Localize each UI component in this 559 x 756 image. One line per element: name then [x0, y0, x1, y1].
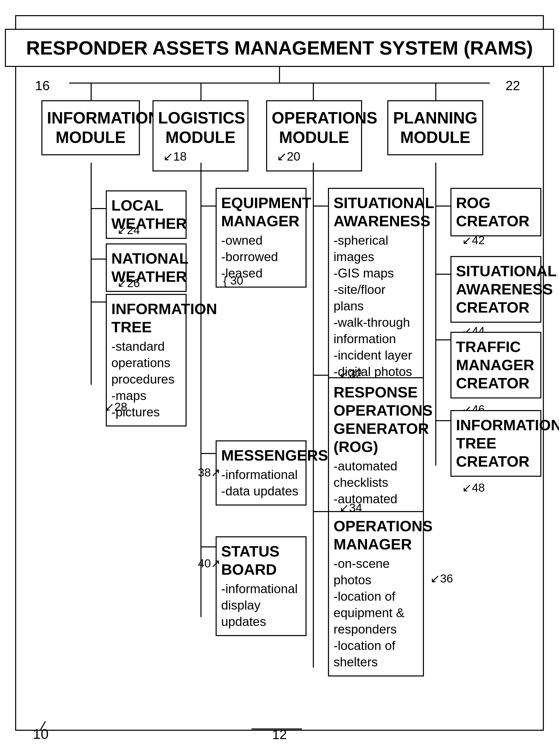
status-board-title: STATUSBOARD	[221, 542, 301, 579]
col2-down-line	[200, 163, 201, 188]
equipment-manager-box: EQUIPMENTMANAGER -owned-borrowed-leased	[216, 188, 307, 288]
sit-aware-title: SITUATIONALAWARENESS	[334, 194, 418, 230]
col3-h3	[313, 511, 328, 512]
v-to-mod4	[435, 83, 436, 100]
sit-aware-creator-title: SITUATIONALAWARENESSCREATOR	[456, 262, 536, 317]
sit-aware-creator-box: SITUATIONALAWARENESSCREATOR	[450, 256, 541, 323]
col3-vert-bar	[313, 188, 314, 668]
ref12-h	[251, 729, 302, 730]
col2-h3	[200, 547, 216, 548]
rog-creator-box: ROGCREATOR	[450, 188, 541, 236]
traffic-manager-creator-title: TRAFFICMANAGERCREATOR	[456, 338, 536, 393]
col2-h2	[200, 453, 216, 454]
ref-42: ↙42	[462, 233, 485, 247]
ref-24: ↙24	[117, 223, 140, 237]
v-to-mod1	[91, 83, 92, 100]
messengers-subs: -informational-data updates	[221, 467, 301, 499]
messengers-title: MESSENGERS	[221, 446, 301, 465]
col3-h2	[313, 375, 328, 376]
ref-16-label: 16	[35, 78, 50, 93]
sit-aware-subs: -sphericalimages-GIS maps-site/floorplan…	[334, 232, 418, 380]
col4-down-line	[435, 163, 436, 188]
diagram-container: RESPONDER ASSETS MANAGEMENT SYSTEM (RAMS…	[15, 15, 544, 731]
col3-h1	[313, 205, 328, 206]
v-to-mod2	[200, 83, 201, 100]
module-operations: OPERATIONSMODULE ↙20	[266, 100, 362, 172]
module-information: INFORMATIONMODULE	[41, 100, 140, 155]
ref-36: ↙36	[430, 572, 453, 585]
mod2-label: LOGISTICSMODULE	[158, 108, 243, 147]
ops-manager-subs: -on-scenephotos-location ofequipment &re…	[334, 556, 418, 670]
ref-26: ↙26	[117, 276, 140, 290]
ref-48: ↙48	[462, 481, 485, 494]
col1-h3	[91, 302, 106, 303]
col1-h1	[91, 208, 106, 209]
col4-h2	[435, 274, 450, 275]
col4-h3	[435, 339, 450, 340]
v-to-mod3	[313, 83, 314, 100]
status-board-subs: -informationaldisplayupdates	[221, 581, 301, 630]
ref-30: { 30	[223, 274, 243, 287]
col3-down-line	[313, 163, 314, 188]
info-tree-creator-title: INFORMATIONTREECREATOR	[456, 416, 536, 471]
col2-h1	[200, 205, 216, 206]
mod4-label: PLANNINGMODULE	[393, 108, 478, 147]
mod3-label: OPERATIONSMODULE	[272, 108, 357, 147]
module-planning: PLANNINGMODULE	[387, 100, 483, 155]
messengers-box: MESSENGERS -informational-data updates	[216, 440, 307, 506]
ref-38: 38↗	[198, 466, 221, 479]
rams-title: RESPONDER ASSETS MANAGEMENT SYSTEM (RAMS…	[26, 37, 533, 59]
info-tree-creator-box: INFORMATIONTREECREATOR	[450, 410, 541, 477]
equipment-manager-title: EQUIPMENTMANAGER	[221, 194, 301, 230]
mod2-ref: ↙18	[163, 149, 243, 163]
ops-manager-title: OPERATIONSMANAGER	[334, 517, 418, 554]
mod1-label: INFORMATIONMODULE	[47, 108, 134, 147]
ref-28: ↙28	[105, 400, 127, 414]
col4-h4	[435, 420, 450, 421]
page: RESPONDER ASSETS MANAGEMENT SYSTEM (RAMS…	[0, 0, 559, 756]
rams-box: RESPONDER ASSETS MANAGEMENT SYSTEM (RAMS…	[5, 29, 554, 67]
col4-h1	[435, 205, 450, 206]
ref-22-label: 22	[506, 78, 520, 93]
status-board-box: STATUSBOARD -informationaldisplayupdates	[216, 536, 307, 636]
situational-awareness-box: SITUATIONALAWARENESS -sphericalimages-GI…	[328, 188, 424, 386]
operations-manager-box: OPERATIONSMANAGER -on-scenephotos-locati…	[328, 511, 424, 676]
traffic-manager-creator-box: TRAFFICMANAGERCREATOR	[450, 332, 541, 398]
info-tree-col1-title: INFORMATIONTREE	[111, 300, 181, 336]
col1-down-line	[91, 163, 92, 188]
col2-vert-bar	[200, 188, 201, 617]
col4-vert-bar	[435, 188, 436, 466]
rog-creator-title: ROGCREATOR	[456, 194, 536, 230]
module-logistics: LOGISTICSMODULE ↙18	[153, 100, 248, 172]
rog-title: RESPONSEOPERATIONSGENERATOR(ROG)	[334, 383, 418, 456]
mod3-ref: ↙20	[277, 149, 357, 163]
col1-h2	[91, 259, 106, 260]
ref-40: 40↗	[198, 557, 221, 570]
col1-vert-bar	[91, 188, 92, 385]
h-bar	[69, 83, 490, 84]
